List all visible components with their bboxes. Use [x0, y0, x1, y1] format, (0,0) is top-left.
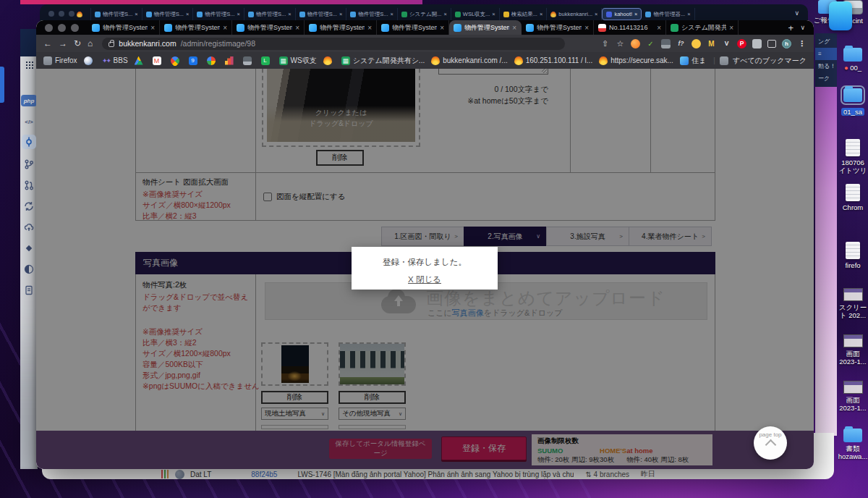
php-badge-icon[interactable]: php	[21, 95, 37, 106]
bookmark-item[interactable]	[171, 56, 182, 65]
bookmark-item[interactable]	[225, 56, 237, 65]
tab-close-icon[interactable]: ×	[135, 11, 137, 17]
browser-tab[interactable]: 物件管理System ×	[305, 20, 377, 35]
chat-icon[interactable]	[692, 39, 701, 48]
address-bar[interactable]: bukkenkanri.com/admin/registimage/98	[102, 38, 565, 50]
zoom-window-button[interactable]	[71, 24, 79, 32]
branch-icon[interactable]	[22, 159, 35, 170]
browser-tab[interactable]: 物件管理System ×	[522, 20, 594, 35]
bookmark-item[interactable]	[84, 56, 95, 65]
background-tab[interactable]: 物件管理S... ×	[346, 8, 398, 20]
document-icon[interactable]	[22, 284, 35, 296]
new-tab-button[interactable]: +	[781, 22, 800, 33]
tab-close-icon[interactable]: ×	[584, 24, 589, 32]
tab-close-icon[interactable]: ×	[634, 11, 637, 17]
browser-tab[interactable]: 物件管理System ×	[377, 20, 449, 35]
font-helper-icon[interactable]: f?	[676, 39, 686, 48]
bookmark-item[interactable]	[135, 56, 146, 65]
screenshot-icon[interactable]	[661, 39, 671, 48]
tab-close-icon[interactable]: ×	[223, 24, 227, 32]
desktop-icon[interactable]: 画面 2023-1...	[838, 381, 868, 412]
tab-close-icon[interactable]: ×	[729, 24, 733, 32]
desktop-icon[interactable]: ● 00_	[838, 48, 868, 72]
tab-close-icon[interactable]: ×	[237, 11, 240, 17]
bookmark-item[interactable]: bukkenkanri.com /...	[431, 56, 507, 65]
desktop-icon[interactable]: firefo	[838, 242, 868, 269]
chevron-down-icon[interactable]: ∨	[794, 9, 799, 17]
bookmark-item[interactable]: Firefox	[43, 56, 77, 65]
browser-tab[interactable]: 物件管理System ×	[160, 20, 232, 35]
commit-row[interactable]: Dat LT 88f24b5 LWS-1746 [Màn đăng ảnh po…	[42, 469, 834, 479]
adblock-icon[interactable]	[631, 39, 640, 48]
tab-close-icon[interactable]: ×	[150, 24, 155, 32]
desktop-icon[interactable]: 01_sa	[838, 88, 868, 117]
bookmark-item[interactable]	[323, 56, 335, 65]
tab-close-icon[interactable]: ×	[595, 11, 597, 17]
bookmark-item[interactable]: 160.251.100.111 / l...	[514, 56, 592, 65]
cloud-upload-icon[interactable]	[22, 221, 35, 233]
desktop-icon[interactable]: 画面 2023-1...	[838, 334, 868, 366]
background-tab[interactable]: 検索結果... ×	[500, 8, 548, 20]
diamond-icon[interactable]	[22, 242, 35, 254]
desktop-icon[interactable]: Chrom	[838, 184, 868, 211]
extensions-icon[interactable]	[752, 39, 762, 48]
tab-close-icon[interactable]: ×	[186, 11, 189, 17]
sync-icon[interactable]	[22, 201, 35, 212]
shield-icon[interactable]	[22, 263, 35, 275]
traffic-lights[interactable]	[45, 24, 79, 32]
bookmark-item[interactable]: ✦✦ BBS	[102, 56, 128, 65]
tab-close-icon[interactable]: ×	[288, 11, 291, 17]
background-app-chip[interactable]	[829, 1, 852, 30]
bookmark-item[interactable]: M	[153, 56, 164, 65]
tab-close-icon[interactable]: ×	[687, 11, 690, 17]
desktop-icon[interactable]: スクリー ト 202...	[838, 288, 868, 319]
background-tab[interactable]: WSL収支... ×	[451, 8, 500, 20]
mail-icon[interactable]: M	[707, 39, 716, 48]
bookmark-item[interactable]: 住まいの情報DB	[680, 56, 705, 66]
tab-close-icon[interactable]: ×	[391, 11, 393, 17]
pull-request-icon[interactable]	[22, 180, 35, 191]
tab-close-icon[interactable]: ×	[512, 24, 516, 32]
home-button[interactable]: ⌂	[88, 38, 93, 48]
browser-tab[interactable]: 物件管理System ×	[232, 20, 305, 35]
background-tab[interactable]: 物件管理器... ×	[642, 8, 694, 20]
bookmark-item[interactable]: ▦ システム開発共有シ...	[341, 56, 425, 66]
code-icon[interactable]: </>	[22, 116, 35, 127]
commit-hash[interactable]: 88f24b5	[251, 470, 277, 478]
tab-close-icon[interactable]: ×	[443, 11, 446, 17]
background-tab[interactable]: 物件管理S... ×	[193, 8, 244, 20]
background-tab[interactable]: システム開... ×	[398, 8, 451, 20]
tab-close-icon[interactable]: ×	[295, 24, 299, 32]
profile-avatar[interactable]: h	[782, 39, 791, 48]
desktop-icon[interactable]: 180706 イトツリ	[838, 139, 868, 174]
pinterest-icon[interactable]: P	[737, 39, 746, 48]
background-tab[interactable]: kahoot! ×	[602, 8, 642, 20]
share-icon[interactable]: ⇧	[600, 39, 610, 48]
desktop-icon[interactable]: 書類 hozawa...	[838, 429, 868, 460]
menu-icon[interactable]: ⋮	[797, 39, 807, 48]
bookmark-item[interactable]: L	[261, 56, 273, 65]
close-window-button[interactable]	[45, 24, 53, 32]
browser-tab[interactable]: No.11413216 ×	[594, 20, 666, 35]
tab-close-icon[interactable]: ×	[657, 24, 661, 32]
page-top-button[interactable]: page top	[754, 426, 787, 460]
background-tab[interactable]: 物件管理S... ×	[244, 8, 296, 20]
bookmark-item[interactable]	[243, 56, 255, 65]
commit-icon[interactable]	[22, 135, 36, 149]
forward-button[interactable]: →	[59, 38, 67, 48]
tab-overflow-chevron-icon[interactable]: ∨	[800, 24, 805, 31]
tab-close-icon[interactable]: ×	[540, 11, 542, 17]
back-button[interactable]: ←	[43, 38, 52, 48]
background-tab[interactable]: 物件管理S... ×	[91, 8, 142, 20]
tab-close-icon[interactable]: ×	[339, 11, 342, 17]
dialog-close-link[interactable]: X 閉じる	[408, 274, 441, 285]
reload-button[interactable]: ↻	[74, 38, 81, 48]
bookmark-item[interactable]: https://secure.sak...	[599, 56, 673, 65]
grid-icon[interactable]	[25, 61, 33, 69]
tab-close-icon[interactable]: ×	[440, 24, 444, 32]
bg-tab-pinned-flame[interactable]	[73, 8, 91, 20]
v-extension-icon[interactable]: V	[722, 39, 731, 48]
all-bookmarks[interactable]: | すべてのブックマーク	[713, 56, 807, 66]
bookmark-star-icon[interactable]: ☆	[616, 39, 625, 48]
checker-icon[interactable]: ✓	[646, 39, 655, 48]
